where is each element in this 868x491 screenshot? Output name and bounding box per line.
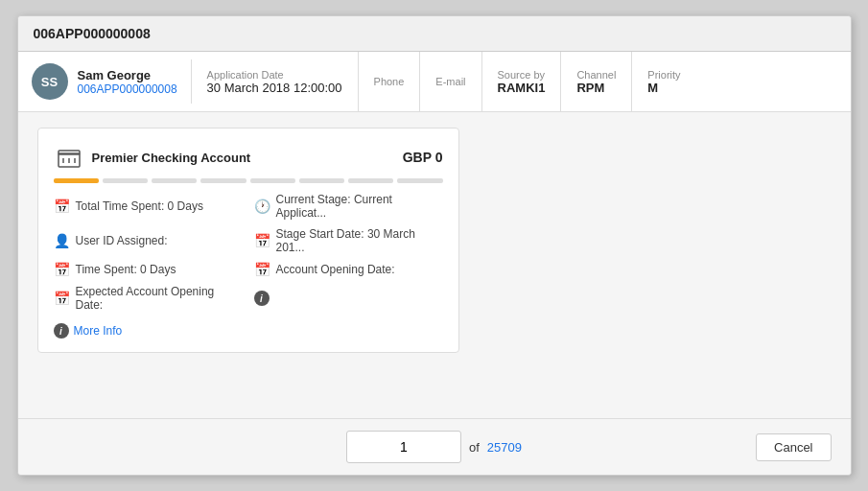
avatar: SS xyxy=(32,63,68,100)
account-balance: GBP 0 xyxy=(403,150,443,165)
email-field: E-mail xyxy=(420,52,481,111)
applicant-name: Sam George xyxy=(78,68,177,82)
account-card-header: Premier Checking Account GBP 0 xyxy=(54,142,443,173)
more-info-row: i More Info xyxy=(54,323,443,339)
avatar-block: SS Sam George 006APP000000008 xyxy=(18,52,191,111)
progress-bar xyxy=(54,178,443,183)
progress-empty-7 xyxy=(348,178,393,183)
email-label: E-mail xyxy=(435,76,465,87)
clock-icon: 🕐 xyxy=(254,199,270,214)
total-pages: 25709 xyxy=(487,440,522,455)
progress-empty-4 xyxy=(200,178,246,183)
application-date-value: 30 March 2018 12:00:00 xyxy=(207,81,342,95)
application-date-field: Application Date 30 March 2018 12:00:00 xyxy=(192,52,359,111)
calendar-icon-4: 📅 xyxy=(254,262,270,277)
calendar-icon-2: 📅 xyxy=(254,233,270,248)
priority-label: Priority xyxy=(647,69,680,81)
svg-rect-1 xyxy=(59,151,80,154)
priority-field: Priority M xyxy=(632,52,695,111)
progress-filled-1 xyxy=(54,178,99,183)
progress-empty-3 xyxy=(152,178,197,183)
main-content: Premier Checking Account GBP 0 📅 xyxy=(18,112,851,418)
channel-value: RPM xyxy=(576,81,616,95)
modal-container: 006APP000000008 SS Sam George 006APP0000… xyxy=(17,15,852,476)
phone-label: Phone xyxy=(374,76,405,87)
channel-field: Channel RPM xyxy=(561,52,632,111)
user-icon: 👤 xyxy=(54,233,70,248)
stage-start-date: 📅 Stage Start Date: 30 March 201... xyxy=(254,227,443,254)
account-card: Premier Checking Account GBP 0 📅 xyxy=(37,128,459,353)
applicant-app-id[interactable]: 006APP000000008 xyxy=(78,82,177,96)
footer-section: of 25709 Cancel xyxy=(18,418,851,475)
total-time-spent: 📅 Total Time Spent: 0 Days xyxy=(54,193,243,220)
progress-empty-2 xyxy=(103,178,148,183)
calendar-icon-5: 📅 xyxy=(54,291,70,306)
expected-account-opening-date: 📅 Expected Account Opening Date: xyxy=(54,285,243,312)
expected-date-info: i xyxy=(254,285,443,312)
cancel-button[interactable]: Cancel xyxy=(756,433,831,461)
time-spent: 📅 Time Spent: 0 Days xyxy=(54,262,243,277)
modal-title: 006APP000000008 xyxy=(18,16,851,52)
name-block: Sam George 006APP000000008 xyxy=(78,68,177,96)
calendar-icon-1: 📅 xyxy=(54,199,70,214)
pagination-block: of 25709 xyxy=(346,431,522,463)
progress-empty-6 xyxy=(299,178,344,183)
user-id-assigned: 👤 User ID Assigned: xyxy=(54,227,243,254)
card-rows: 📅 Total Time Spent: 0 Days 🕐 Current Sta… xyxy=(54,193,443,312)
calendar-icon-3: 📅 xyxy=(54,262,70,277)
source-by-value: RAMKI1 xyxy=(498,81,546,95)
account-icon xyxy=(54,142,84,173)
more-info-link[interactable]: More Info xyxy=(74,324,123,338)
application-date-label: Application Date xyxy=(207,69,342,81)
phone-field: Phone xyxy=(359,52,421,111)
header-section: SS Sam George 006APP000000008 Applicatio… xyxy=(18,52,851,112)
current-stage: 🕐 Current Stage: Current Applicat... xyxy=(254,193,443,220)
progress-empty-8 xyxy=(397,178,442,183)
page-input[interactable] xyxy=(346,431,461,463)
channel-label: Channel xyxy=(576,69,616,81)
account-title-block: Premier Checking Account xyxy=(54,142,251,173)
account-opening-date: 📅 Account Opening Date: xyxy=(254,262,443,277)
of-text: of xyxy=(469,440,480,455)
account-title: Premier Checking Account xyxy=(92,151,251,165)
source-by-label: Source by xyxy=(498,69,546,81)
info-icon-inline[interactable]: i xyxy=(254,291,270,306)
source-by-field: Source by RAMKI1 xyxy=(482,52,562,111)
more-info-icon: i xyxy=(54,323,69,339)
priority-value: M xyxy=(647,81,680,95)
progress-empty-5 xyxy=(250,178,295,183)
